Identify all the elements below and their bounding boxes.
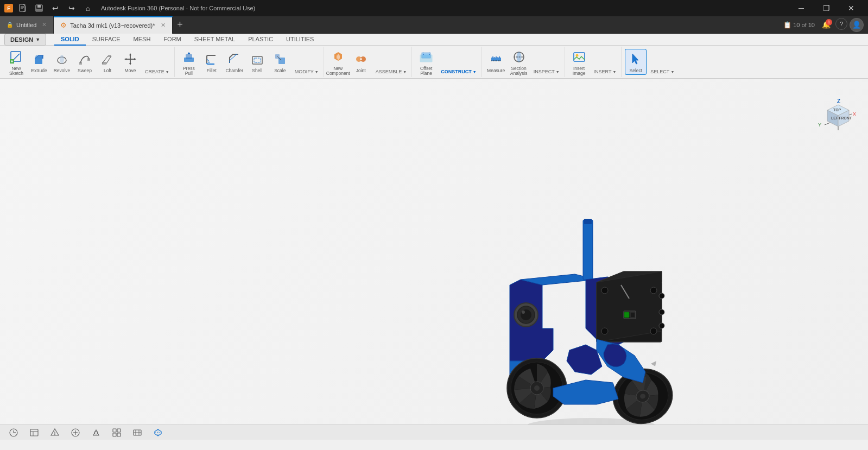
design-mode-btn[interactable]: DESIGN ▼ <box>4 34 46 46</box>
add-tab-btn[interactable]: + <box>173 17 188 33</box>
shell-btn[interactable]: Shell <box>246 49 268 74</box>
fillet-icon <box>204 51 220 67</box>
undo-btn[interactable]: ↩ <box>49 2 62 15</box>
scale-btn[interactable]: Scale <box>269 49 291 74</box>
tab-untitled[interactable]: 🔒 Untitled ✕ <box>0 16 54 34</box>
svg-text:FRONT: FRONT <box>839 116 852 120</box>
status-btn-6[interactable] <box>110 427 124 439</box>
svg-point-14 <box>60 55 64 64</box>
tab-utilities[interactable]: UTILITIES <box>280 34 320 46</box>
tab-mesh[interactable]: MESH <box>127 34 157 46</box>
svg-rect-69 <box>584 219 592 224</box>
tab-close-untitled[interactable]: ✕ <box>42 21 47 28</box>
status-btn-4[interactable] <box>68 427 83 439</box>
notification-btn[interactable]: 🔔 1 <box>819 18 833 32</box>
select-btn[interactable]: Select <box>625 49 647 74</box>
sweep-btn[interactable]: Sweep <box>74 49 96 74</box>
revolve-btn[interactable]: Revolve <box>51 49 73 74</box>
tab-form[interactable]: FORM <box>157 34 187 46</box>
status-btn-8[interactable] <box>151 427 165 439</box>
section-analysis-icon <box>511 49 527 65</box>
tab-tacha[interactable]: ⚙ Tacha 3d mk1 (v13~recovered)* ✕ <box>54 16 172 34</box>
close-btn[interactable]: ✕ <box>839 0 864 16</box>
svg-rect-15 <box>79 62 82 65</box>
new-component-btn[interactable]: New Component <box>327 47 349 78</box>
toolbar-area: DESIGN ▼ SOLID SURFACE MESH FORM SHEET M… <box>0 34 868 79</box>
tab-counter: 📋 10 of 10 <box>783 21 815 29</box>
create-group-label[interactable]: CREATE ▼ <box>143 68 171 75</box>
create-group: New Sketch Extrude <box>2 47 175 77</box>
press-pull-btn[interactable]: Press Pull <box>178 47 200 78</box>
inspect-group-label[interactable]: INSPECT ▼ <box>532 68 561 75</box>
offset-plane-btn[interactable]: Offset Plane <box>415 47 437 78</box>
joint-btn[interactable]: Joint <box>350 49 372 74</box>
svg-marker-23 <box>124 58 126 60</box>
restore-btn[interactable]: ❐ <box>814 0 839 16</box>
new-component-label: New Component <box>326 66 350 77</box>
tab-close-tacha[interactable]: ✕ <box>161 22 166 29</box>
fillet-label: Fillet <box>207 68 217 73</box>
extrude-btn[interactable]: Extrude <box>28 49 50 74</box>
scale-icon <box>272 51 288 67</box>
new-sketch-btn[interactable]: New Sketch <box>5 47 27 78</box>
move-icon <box>122 51 138 67</box>
press-pull-label: Press Pull <box>180 66 198 77</box>
svg-rect-111 <box>117 433 121 436</box>
svg-point-103 <box>54 434 55 435</box>
help-btn[interactable]: ? <box>835 18 847 30</box>
view-cube[interactable]: Z X Y LEFT FRONT TOP <box>814 90 857 133</box>
status-btn-7[interactable] <box>130 427 144 439</box>
select-label: Select <box>630 68 643 73</box>
minimize-btn[interactable]: ─ <box>789 0 814 16</box>
assemble-group-label[interactable]: ASSEMBLE ▼ <box>374 68 408 75</box>
tab-surface[interactable]: SURFACE <box>86 34 127 46</box>
section-analysis-btn[interactable]: Section Analysis <box>508 47 530 78</box>
tab-right-area: 📋 10 of 10 🔔 1 ? 👤 <box>779 18 868 32</box>
status-btn-3[interactable] <box>48 427 62 439</box>
save-btn[interactable] <box>33 2 46 15</box>
inspect-group: Measure Section Analysis INSPECT ▼ <box>482 47 565 77</box>
svg-rect-40 <box>422 53 430 58</box>
status-btn-2[interactable] <box>27 427 41 439</box>
user-avatar[interactable]: 👤 <box>850 18 864 32</box>
svg-point-73 <box>601 328 608 334</box>
press-pull-icon <box>181 49 197 65</box>
status-btn-1[interactable] <box>7 427 21 439</box>
tab-sheetmetal[interactable]: SHEET METAL <box>188 34 242 46</box>
loft-btn[interactable]: Loft <box>97 49 118 74</box>
svg-rect-108 <box>113 429 116 432</box>
chamfer-btn[interactable]: Chamfer <box>224 49 245 74</box>
new-btn[interactable] <box>16 2 29 15</box>
scale-label: Scale <box>274 68 286 73</box>
measure-label: Measure <box>487 68 505 73</box>
insert-image-label: Insert Image <box>570 66 588 77</box>
insert-image-icon <box>571 49 587 65</box>
assemble-group: New Component Joint ASSEMBLE ▼ <box>324 47 412 77</box>
tab-lock-icon: 🔒 <box>7 22 13 28</box>
tab-plastic[interactable]: PLASTIC <box>242 34 280 46</box>
insert-group-label[interactable]: INSERT ▼ <box>592 68 618 75</box>
viewport[interactable]: Z X Y LEFT FRONT TOP <box>0 79 868 424</box>
svg-rect-5 <box>37 5 41 8</box>
svg-marker-24 <box>134 58 136 60</box>
redo-btn[interactable]: ↪ <box>65 2 78 15</box>
measure-btn[interactable]: Measure <box>485 49 507 74</box>
svg-marker-21 <box>129 53 131 55</box>
svg-rect-68 <box>583 220 593 280</box>
modify-group-label[interactable]: MODIFY ▼ <box>293 68 320 75</box>
toolbar-buttons: New Sketch Extrude <box>0 46 868 79</box>
svg-point-84 <box>659 309 664 315</box>
tab-solid[interactable]: SOLID <box>54 34 86 46</box>
construct-group-label[interactable]: CONSTRUCT ▼ <box>439 68 478 75</box>
window-controls: ─ ❐ ✕ <box>789 0 864 16</box>
svg-point-85 <box>659 323 664 328</box>
fillet-btn[interactable]: Fillet <box>201 49 223 74</box>
move-btn[interactable]: Move <box>119 49 141 74</box>
home-btn[interactable]: ⌂ <box>81 2 94 15</box>
select-group-label[interactable]: SELECT ▼ <box>649 68 676 75</box>
svg-rect-81 <box>624 312 629 318</box>
svg-marker-22 <box>129 63 131 65</box>
insert-image-btn[interactable]: Insert Image <box>568 47 590 78</box>
svg-point-83 <box>659 293 664 299</box>
status-btn-5[interactable] <box>89 427 103 439</box>
